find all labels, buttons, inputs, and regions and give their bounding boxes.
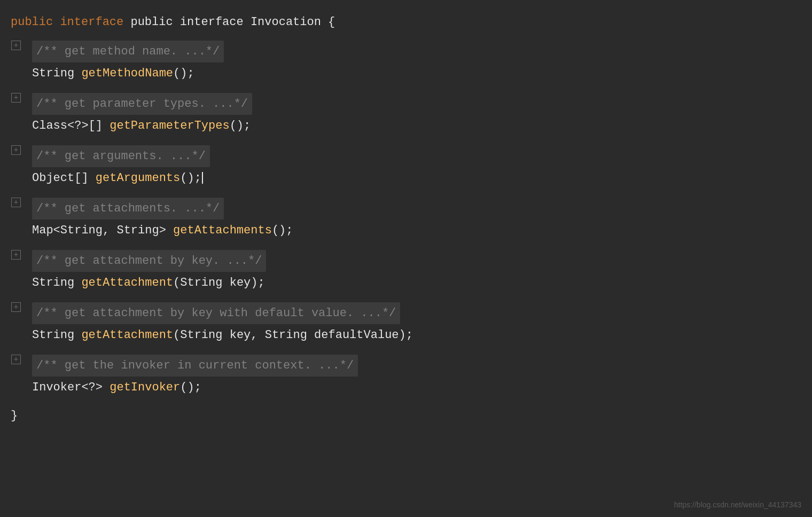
text-cursor xyxy=(202,172,203,184)
section-getattachments: + /** get attachments. ...*/ Map<String,… xyxy=(0,193,812,244)
comment-text-6: /** get attachment by key with default v… xyxy=(32,302,400,324)
keyword-public: public xyxy=(11,15,60,29)
method-line-7: Invoker<?> getInvoker(); xyxy=(0,378,812,401)
gutter-2[interactable]: + xyxy=(5,93,27,103)
expand-icon-4[interactable]: + xyxy=(11,198,21,207)
expand-icon-1[interactable]: + xyxy=(11,41,21,50)
footer-brace: } xyxy=(0,403,812,429)
method-name-5: getAttachment xyxy=(81,276,173,289)
comment-text-5: /** get attachment by key. ...*/ xyxy=(32,250,266,272)
method-name-1: getMethodName xyxy=(81,67,173,80)
comment-text-7: /** get the invoker in current context. … xyxy=(32,355,358,377)
suffix-2: (); xyxy=(230,119,251,132)
gutter-7[interactable]: + xyxy=(5,355,27,364)
section-getattachment-1: + /** get attachment by key. ...*/ Strin… xyxy=(0,246,812,296)
comment-text-4: /** get attachments. ...*/ xyxy=(32,198,224,220)
method-name-2: getParameterTypes xyxy=(110,119,229,132)
method-name-3: getArguments xyxy=(96,171,180,185)
suffix-3: (); xyxy=(180,171,201,185)
method-content-1: String getMethodName(); xyxy=(32,65,801,82)
method-name-6: getAttachment xyxy=(81,328,173,342)
gutter-4[interactable]: + xyxy=(5,198,27,207)
section-getarguments: + /** get arguments. ...*/ Object[] getA… xyxy=(0,141,812,191)
comment-content-5: /** get attachment by key. ...*/ xyxy=(32,250,801,273)
comment-line-7: + /** get the invoker in current context… xyxy=(0,350,812,378)
expand-icon-3[interactable]: + xyxy=(11,145,21,155)
section-getparametertypes: + /** get parameter types. ...*/ Class<?… xyxy=(0,89,812,139)
watermark: https://blog.csdn.net/weixin_44137343 xyxy=(674,499,801,511)
comment-content-7: /** get the invoker in current context. … xyxy=(32,355,801,378)
type-6: String xyxy=(32,328,81,342)
expand-icon-5[interactable]: + xyxy=(11,250,21,260)
method-content-7: Invoker<?> getInvoker(); xyxy=(32,379,801,396)
comment-content-4: /** get attachments. ...*/ xyxy=(32,198,801,221)
method-line-5: String getAttachment(String key); xyxy=(0,273,812,296)
method-content-3: Object[] getArguments(); xyxy=(32,169,801,187)
method-name-4: getAttachments xyxy=(173,224,272,237)
comment-line-3: + /** get arguments. ...*/ xyxy=(0,141,812,168)
method-content-2: Class<?>[] getParameterTypes(); xyxy=(32,117,801,135)
comment-line-5: + /** get attachment by key. ...*/ xyxy=(0,246,812,273)
interface-name: public interface Invocation { xyxy=(130,15,335,29)
method-content-5: String getAttachment(String key); xyxy=(32,274,801,292)
method-line-4: Map<String, String> getAttachments(); xyxy=(0,221,812,244)
comment-text-1: /** get method name. ...*/ xyxy=(32,41,224,62)
type-4: Map<String, String> xyxy=(32,224,173,237)
gutter-3[interactable]: + xyxy=(5,145,27,155)
expand-icon-7[interactable]: + xyxy=(11,355,21,364)
closing-brace: } xyxy=(11,409,18,422)
gutter-5[interactable]: + xyxy=(5,250,27,260)
type-2: Class<?>[] xyxy=(32,119,110,132)
type-3: Object[] xyxy=(32,171,96,185)
type-1: String xyxy=(32,67,81,80)
comment-line-1: + /** get method name. ...*/ xyxy=(0,36,812,64)
header-line: public interface public interface Invoca… xyxy=(0,5,812,36)
expand-icon-6[interactable]: + xyxy=(11,302,21,312)
suffix-6: (String key, String defaultValue); xyxy=(173,328,413,342)
expand-icon-2[interactable]: + xyxy=(11,93,21,103)
code-editor: public interface public interface Invoca… xyxy=(0,0,812,517)
type-5: String xyxy=(32,276,81,289)
method-name-7: getInvoker xyxy=(110,381,180,394)
suffix-7: (); xyxy=(180,381,201,394)
gutter-6[interactable]: + xyxy=(5,302,27,312)
suffix-4: (); xyxy=(272,224,293,237)
method-line-3: Object[] getArguments(); xyxy=(0,168,812,191)
comment-content-1: /** get method name. ...*/ xyxy=(32,41,801,64)
method-line-2: Class<?>[] getParameterTypes(); xyxy=(0,116,812,139)
section-getmethodname: + /** get method name. ...*/ String getM… xyxy=(0,36,812,87)
comment-text-2: /** get parameter types. ...*/ xyxy=(32,93,252,115)
section-getinvoker: + /** get the invoker in current context… xyxy=(0,350,812,401)
comment-line-2: + /** get parameter types. ...*/ xyxy=(0,89,812,116)
comment-content-2: /** get parameter types. ...*/ xyxy=(32,93,801,116)
suffix-5: (String key); xyxy=(173,276,265,289)
keyword-interface: interface xyxy=(60,15,130,29)
method-line-1: String getMethodName(); xyxy=(0,64,812,87)
type-7: Invoker<?> xyxy=(32,381,110,394)
method-content-4: Map<String, String> getAttachments(); xyxy=(32,222,801,239)
method-content-6: String getAttachment(String key, String … xyxy=(32,326,801,344)
comment-line-6: + /** get attachment by key with default… xyxy=(0,298,812,325)
comment-content-3: /** get arguments. ...*/ xyxy=(32,145,801,168)
comment-line-4: + /** get attachments. ...*/ xyxy=(0,193,812,221)
section-getattachment-2: + /** get attachment by key with default… xyxy=(0,298,812,348)
suffix-1: (); xyxy=(173,67,194,80)
comment-text-3: /** get arguments. ...*/ xyxy=(32,145,210,167)
gutter-1[interactable]: + xyxy=(5,41,27,50)
method-line-6: String getAttachment(String key, String … xyxy=(0,325,812,348)
comment-content-6: /** get attachment by key with default v… xyxy=(32,302,801,325)
